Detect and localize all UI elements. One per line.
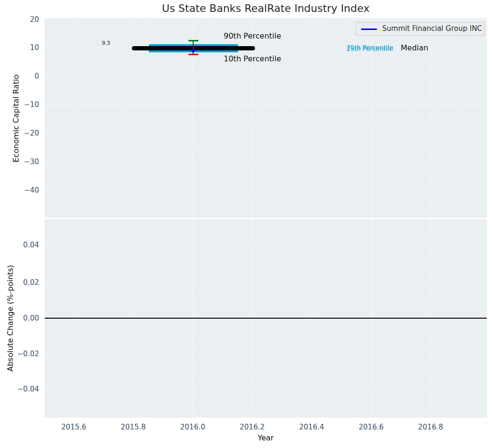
grid-line bbox=[45, 354, 487, 354]
grid-line bbox=[45, 133, 487, 134]
y-axis-ticks-top: 20 10 0 −10 −20 −30 −40 0.04 0.02 0.00 −… bbox=[0, 0, 39, 448]
grid-line bbox=[431, 18, 431, 218]
p10-annotation: 10th Percentile bbox=[224, 54, 281, 63]
p10-whisker-cap bbox=[188, 54, 198, 55]
company-triangle-marker bbox=[190, 49, 196, 53]
chart-title: Us State Banks RealRate Industry Index bbox=[45, 2, 487, 14]
y-tick-label: −0.04 bbox=[17, 385, 39, 393]
x-tick-label: 2015.6 bbox=[61, 423, 87, 431]
legend-line-sample bbox=[361, 29, 377, 30]
y-tick-label: −40 bbox=[24, 186, 39, 195]
y-tick-label: −20 bbox=[24, 129, 39, 137]
y-tick-label: 0.00 bbox=[23, 314, 39, 322]
y-tick-label: 0.02 bbox=[23, 278, 39, 287]
x-axis-label: Year bbox=[45, 433, 487, 442]
x-tick-label: 2016.4 bbox=[299, 423, 325, 431]
grid-line bbox=[312, 18, 312, 218]
grid-line bbox=[45, 162, 487, 162]
chart-figure: Us State Banks RealRate Industry Index 9… bbox=[0, 0, 492, 448]
top-subplot: 9.3 90th Percentile 10th Percentile 75th… bbox=[45, 18, 487, 218]
legend-label: Summit Financial Group INC bbox=[382, 24, 482, 33]
p25-annotation: 25th Percentile bbox=[346, 45, 393, 52]
median-annotation: Median bbox=[401, 43, 428, 52]
grid-line bbox=[45, 282, 487, 283]
p90-annotation: 90th Percentile bbox=[224, 31, 281, 40]
x-tick-label: 2015.8 bbox=[121, 423, 146, 431]
y-tick-label: −30 bbox=[24, 157, 39, 166]
x-tick-label: 2016.8 bbox=[418, 423, 443, 431]
y-tick-label: 20 bbox=[30, 15, 39, 24]
grid-line bbox=[45, 245, 487, 245]
y-axis-label-bottom: Absolute Change (%-points) bbox=[6, 265, 15, 371]
grid-line bbox=[45, 105, 487, 105]
y-tick-label: 0 bbox=[34, 72, 39, 80]
bottom-subplot bbox=[45, 219, 487, 418]
grid-line bbox=[74, 18, 74, 218]
y-tick-label: −0.02 bbox=[17, 350, 39, 358]
y-tick-label: 0.04 bbox=[23, 241, 39, 249]
y-tick-label: −10 bbox=[24, 100, 39, 109]
grid-line bbox=[45, 76, 487, 77]
y-axis-label-top: Economic Capital Ratio bbox=[11, 75, 20, 163]
x-tick-label: 2016.2 bbox=[240, 423, 265, 431]
grid-line bbox=[45, 190, 487, 191]
grid-line bbox=[45, 19, 487, 19]
zero-reference-line bbox=[45, 318, 487, 319]
grid-line bbox=[45, 389, 487, 390]
median-value-annotation: 9.3 bbox=[102, 40, 110, 46]
p90-whisker-cap bbox=[188, 40, 198, 41]
y-tick-label: 10 bbox=[30, 43, 39, 52]
x-tick-label: 2016.0 bbox=[180, 423, 206, 431]
x-tick-label: 2016.6 bbox=[359, 423, 384, 431]
legend-box: Summit Financial Group INC bbox=[355, 22, 485, 36]
